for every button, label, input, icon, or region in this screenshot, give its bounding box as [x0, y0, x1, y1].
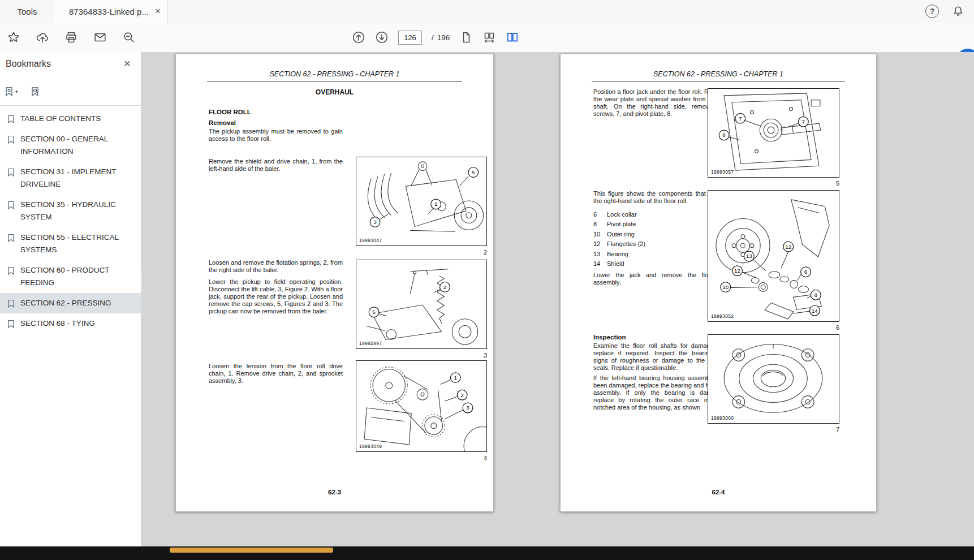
- bookmark-label: SECTION 00 - GENERAL INFORMATION: [20, 133, 135, 158]
- two-page-view-icon[interactable]: [506, 31, 519, 44]
- bookmarks-panel: Bookmarks × ▾ TABLE OF CONTENTS SECTION: [0, 52, 141, 546]
- help-icon[interactable]: ?: [925, 5, 939, 18]
- part-number: 6: [593, 211, 607, 218]
- help-glyph: ?: [930, 7, 935, 16]
- callout-label: 1: [434, 201, 437, 207]
- part-number: 10: [593, 231, 607, 238]
- callout-label: 12: [734, 268, 741, 274]
- tab-tools-label: Tools: [17, 7, 37, 16]
- page-count-separator: /: [432, 33, 434, 42]
- page-number-footer: 62-4: [561, 489, 876, 496]
- callout-label: 7: [739, 115, 742, 122]
- tab-tools[interactable]: Tools: [0, 0, 55, 23]
- chapter-title: OVERHAUL: [207, 88, 462, 96]
- bookmark-options-button[interactable]: ▾: [5, 87, 18, 97]
- bookmark-item-section-31[interactable]: SECTION 31 - IMPLEMENT DRIVELINE: [0, 162, 141, 195]
- find-current-bookmark-icon[interactable]: [31, 87, 40, 97]
- bookmark-icon: [7, 135, 15, 144]
- header-rule: [592, 81, 845, 81]
- notifications-bell-icon[interactable]: [951, 5, 965, 18]
- bookmark-item-section-62[interactable]: SECTION 62 - PRESSING: [0, 293, 141, 313]
- email-icon[interactable]: [93, 31, 107, 44]
- part-name: Flangettes (2): [607, 240, 645, 247]
- figure-photo-id: 19993052: [711, 313, 734, 319]
- bookmarks-header: Bookmarks ×: [0, 52, 141, 77]
- callout-label: 7: [802, 119, 805, 125]
- page-header: SECTION 62 - PRESSING - CHAPTER 1: [592, 70, 845, 78]
- bookmark-label: SECTION 55 - ELECTRICAL SYSTEMS: [20, 231, 135, 256]
- star-favorite-icon[interactable]: [7, 31, 20, 44]
- bookmark-label: TABLE OF CONTENTS: [20, 113, 135, 125]
- callout-label: 8: [722, 132, 726, 138]
- bookmark-item-section-68[interactable]: SECTION 68 - TYING: [0, 313, 141, 334]
- bookmark-icon: [7, 115, 15, 123]
- figure-floor-roll-components: 12 13 12 6 10 8 14 19993052: [708, 190, 839, 322]
- callout-label: 12: [785, 244, 792, 250]
- next-page-icon[interactable]: [375, 31, 389, 44]
- figure-line-art: [708, 335, 839, 423]
- cloud-upload-icon[interactable]: [36, 31, 49, 44]
- body-paragraph: Loosen the tension from the floor roll d…: [209, 363, 343, 385]
- part-number: 14: [593, 260, 607, 267]
- figure-line-art: 2 5: [356, 260, 486, 348]
- figure-flotation-spring: 2 5 19992997: [356, 260, 487, 349]
- bookmark-item-toc[interactable]: TABLE OF CONTENTS: [0, 109, 141, 129]
- bookmark-icon: [7, 201, 15, 209]
- bookmark-label: SECTION 31 - IMPLEMENT DRIVELINE: [20, 166, 135, 191]
- figure-number: 6: [708, 324, 839, 331]
- figure-photo-id: 19992997: [359, 341, 382, 346]
- sub-heading: Removal: [209, 119, 236, 126]
- single-page-view-icon[interactable]: [459, 31, 473, 44]
- figure-line-art: 7 7 8: [708, 89, 839, 177]
- callout-label: 5: [372, 309, 376, 315]
- panel-divider: [0, 105, 141, 106]
- pdf-page-right: SECTION 62 - PRESSING - CHAPTER 1 Positi…: [560, 54, 877, 512]
- callout-label: 2: [443, 284, 446, 290]
- progress-bar[interactable]: [170, 548, 333, 553]
- figure-pivot-plate: 7 7 8 19993057: [708, 88, 839, 178]
- close-panel-icon[interactable]: ×: [124, 57, 131, 70]
- bookmarks-toolbar: ▾: [5, 81, 40, 102]
- bookmark-item-section-60[interactable]: SECTION 60 - PRODUCT FEEDING: [0, 260, 141, 293]
- scrolling-view-icon[interactable]: [482, 31, 496, 44]
- bookmark-item-section-00[interactable]: SECTION 00 - GENERAL INFORMATION: [0, 129, 141, 162]
- callout-label: 13: [746, 253, 753, 259]
- callout-label: 1: [454, 374, 457, 381]
- part-number: 12: [593, 240, 607, 247]
- zoom-out-icon[interactable]: [122, 31, 136, 44]
- figure-number: 7: [708, 426, 839, 433]
- callout-label: 6: [804, 269, 808, 275]
- bookmarks-list: TABLE OF CONTENTS SECTION 00 - GENERAL I…: [0, 109, 141, 334]
- figure-photo-id: 19993057: [711, 169, 734, 175]
- body-paragraph: Loosen and remove the flotation springs,…: [209, 259, 343, 274]
- figure-number: 3: [356, 352, 487, 359]
- page-count: / 196: [432, 33, 450, 42]
- figure-drive-chain-sprocket: 1 2 3 19993049: [356, 360, 487, 452]
- bookmark-options-icon: [5, 87, 14, 97]
- callout-label: 8: [814, 292, 818, 298]
- previous-page-icon[interactable]: [352, 31, 365, 44]
- bookmark-icon: [7, 266, 15, 275]
- toolbar-center-group: / 196: [352, 23, 519, 52]
- tab-bar: Tools 87364833-Linked p... × ?: [0, 0, 974, 23]
- bookmarks-title: Bookmarks: [6, 59, 51, 69]
- figure-line-art: 1 2 3: [356, 361, 486, 451]
- page-number-input[interactable]: [398, 31, 422, 45]
- tab-document[interactable]: 87364833-Linked p... ×: [54, 0, 168, 23]
- bookmark-item-section-35[interactable]: SECTION 35 - HYDRAULIC SYSTEM: [0, 195, 141, 227]
- tab-document-label: 87364833-Linked p...: [69, 7, 148, 16]
- body-paragraph: Remove the shield and drive chain, 1, fr…: [209, 158, 343, 173]
- print-icon[interactable]: [64, 31, 78, 44]
- bookmark-item-section-55[interactable]: SECTION 55 - ELECTRICAL SYSTEMS: [0, 227, 141, 260]
- callout-label: 3: [466, 404, 469, 411]
- top-right-icons: ?: [925, 0, 965, 23]
- figure-line-art: 12 13 12 6 10 8 14: [708, 191, 839, 321]
- toolbar-left-group: [3, 23, 136, 52]
- close-tab-icon[interactable]: ×: [148, 6, 167, 17]
- pdf-reader-window: Tools 87364833-Linked p... × ?: [0, 0, 974, 560]
- bookmark-label: SECTION 60 - PRODUCT FEEDING: [20, 264, 135, 289]
- bookmark-icon: [7, 320, 15, 328]
- figure-number: 5: [708, 180, 839, 187]
- page-count-total: 196: [437, 33, 450, 42]
- part-number: 8: [593, 221, 607, 227]
